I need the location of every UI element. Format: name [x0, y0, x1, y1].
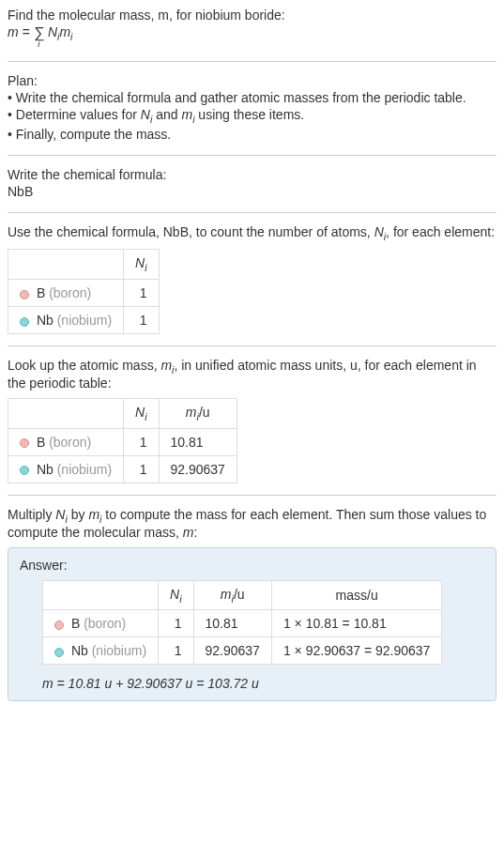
intro-text: Find the molecular mass, m, for niobium … — [8, 8, 496, 23]
table-row: Nb (niobium) 1 — [8, 307, 160, 334]
plan-bullet-2: • Determine values for Ni and mi using t… — [8, 107, 496, 125]
niobium-dot-icon — [20, 466, 29, 475]
m-value: 10.81 — [159, 428, 237, 455]
mass-intro: Look up the atomic mass, mi, in unified … — [8, 358, 496, 391]
plan-bullet-1: • Write the chemical formula and gather … — [8, 90, 496, 105]
mass-formula: m = ∑i Nimi — [8, 24, 496, 48]
element-cell: B (boron) — [43, 610, 159, 637]
section-compute: Multiply Ni by mi to compute the mass fo… — [8, 507, 496, 713]
niobium-dot-icon — [54, 648, 64, 657]
table-row: B (boron) 1 10.81 — [8, 428, 237, 455]
header-n: Ni — [124, 250, 159, 280]
boron-dot-icon — [20, 438, 29, 448]
element-name: (boron) — [49, 285, 91, 300]
header-mass: mass/u — [271, 580, 441, 610]
mass-value: 1 × 92.90637 = 92.90637 — [271, 637, 441, 665]
element-symbol: B — [37, 285, 45, 300]
table-header-row: Ni mi/u — [8, 399, 237, 429]
n-value: 1 — [124, 280, 159, 307]
element-name: (boron) — [84, 616, 126, 631]
header-n: Ni — [159, 580, 193, 610]
header-empty — [43, 580, 159, 610]
boron-dot-icon — [20, 290, 29, 299]
niobium-dot-icon — [20, 317, 29, 327]
m-value: 10.81 — [193, 610, 271, 637]
answer-result: m = 10.81 u + 92.90637 u = 103.72 u — [42, 676, 484, 691]
boron-dot-icon — [54, 621, 64, 630]
element-name: (niobium) — [92, 643, 146, 658]
count-intro: Use the chemical formula, NbB, to count … — [8, 224, 496, 242]
header-m: mi/u — [159, 399, 237, 429]
element-symbol: Nb — [37, 313, 53, 328]
element-name: (niobium) — [57, 313, 112, 328]
header-empty — [8, 250, 124, 280]
m-value: 92.90637 — [159, 455, 237, 483]
chem-formula-value: NbB — [8, 184, 496, 199]
section-count-atoms: Use the chemical formula, NbB, to count … — [8, 224, 496, 347]
element-symbol: B — [71, 616, 80, 631]
plan-title: Plan: — [8, 73, 496, 88]
element-symbol: Nb — [37, 462, 53, 477]
compute-intro: Multiply Ni by mi to compute the mass fo… — [8, 507, 496, 540]
element-name: (niobium) — [57, 462, 112, 477]
element-cell: B (boron) — [8, 428, 124, 455]
answer-box: Answer: Ni mi/u mass/u B (boron) 1 10.81… — [8, 547, 496, 702]
chem-formula-title: Write the chemical formula: — [8, 167, 496, 182]
m-value: 92.90637 — [193, 637, 271, 665]
section-intro: Find the molecular mass, m, for niobium … — [8, 8, 496, 62]
plan-bullet-3: • Finally, compute the mass. — [8, 127, 496, 142]
table-row: B (boron) 1 — [8, 280, 160, 307]
count-table: Ni B (boron) 1 Nb (niobium) 1 — [8, 249, 160, 334]
table-row: Nb (niobium) 1 92.90637 1 × 92.90637 = 9… — [43, 637, 442, 665]
table-row: B (boron) 1 10.81 1 × 10.81 = 10.81 — [43, 610, 442, 637]
n-value: 1 — [124, 455, 159, 483]
element-symbol: B — [37, 435, 45, 450]
element-cell: Nb (niobium) — [43, 637, 159, 665]
header-n: Ni — [124, 399, 159, 429]
mass-value: 1 × 10.81 = 10.81 — [271, 610, 441, 637]
section-chemical-formula: Write the chemical formula: NbB — [8, 167, 496, 213]
header-m: mi/u — [193, 580, 271, 610]
table-header-row: Ni mi/u mass/u — [43, 580, 442, 610]
section-atomic-mass: Look up the atomic mass, mi, in unified … — [8, 358, 496, 496]
answer-table: Ni mi/u mass/u B (boron) 1 10.81 1 × 10.… — [42, 580, 442, 666]
element-name: (boron) — [49, 435, 91, 450]
table-header-row: Ni — [8, 250, 160, 280]
element-cell: Nb (niobium) — [8, 455, 124, 483]
table-row: Nb (niobium) 1 92.90637 — [8, 455, 237, 483]
element-symbol: Nb — [71, 643, 88, 658]
header-empty — [8, 399, 124, 429]
element-cell: Nb (niobium) — [8, 307, 124, 334]
n-value: 1 — [124, 428, 159, 455]
n-value: 1 — [159, 637, 193, 665]
section-plan: Plan: • Write the chemical formula and g… — [8, 73, 496, 156]
element-cell: B (boron) — [8, 280, 124, 307]
n-value: 1 — [124, 307, 159, 334]
n-value: 1 — [159, 610, 193, 637]
mass-table: Ni mi/u B (boron) 1 10.81 Nb (niobium) 1… — [8, 398, 237, 483]
answer-label: Answer: — [20, 558, 484, 573]
